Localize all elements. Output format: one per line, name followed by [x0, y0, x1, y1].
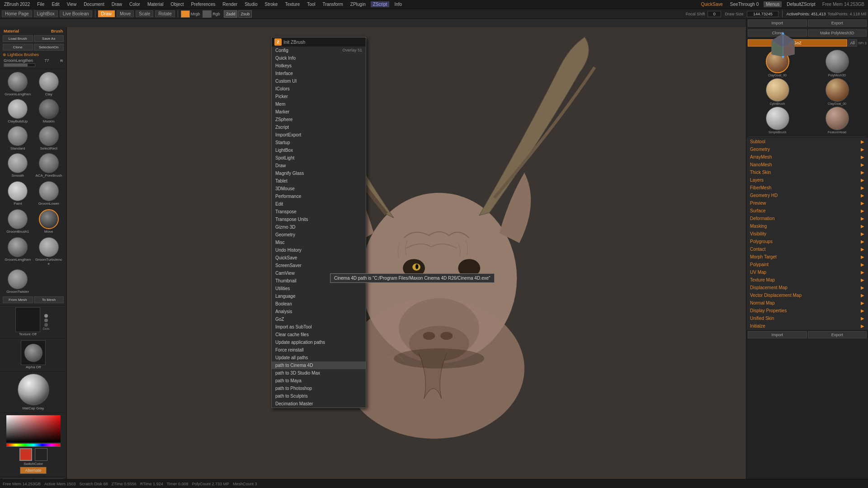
visibility-section[interactable]: Visibility▶: [746, 230, 868, 238]
menu-item-screensaver[interactable]: ScreenSaver: [272, 262, 366, 269]
menu-item-startup[interactable]: Startup: [272, 139, 366, 146]
selecton-btn[interactable]: SelectionOn: [34, 44, 64, 51]
quicksave-btn[interactable]: QuickSave: [699, 1, 725, 7]
menu-render[interactable]: Render: [220, 1, 240, 7]
normalmap-section[interactable]: Normal Map▶: [746, 299, 868, 307]
morphtarget-section[interactable]: Morph Target▶: [746, 253, 868, 261]
menu-item-magnifyglass[interactable]: Magnify Glass: [272, 169, 366, 177]
surface-section[interactable]: Surface▶: [746, 207, 868, 215]
menu-item-edit[interactable]: Edit: [272, 200, 366, 208]
material-title[interactable]: Material: [4, 29, 19, 33]
menu-material[interactable]: Material: [145, 1, 166, 7]
brush-item-smooth[interactable]: Smooth: [3, 152, 33, 178]
brush-title[interactable]: Brush: [51, 29, 63, 33]
menu-item-transpose[interactable]: Transpose: [272, 208, 366, 216]
nanomesh-section[interactable]: NanoMesh▶: [746, 161, 868, 169]
focal-shift-value[interactable]: 0: [708, 11, 721, 17]
menu-item-decimation-master[interactable]: Decimation Master: [272, 400, 366, 408]
menu-zscript[interactable]: ZScript: [371, 1, 390, 7]
menu-item-3dmouse[interactable]: 3DMouse: [272, 185, 366, 192]
menu-zbrush[interactable]: ZBrush 2022: [2, 1, 32, 7]
color-picker-gradient[interactable]: [6, 415, 61, 442]
live-boolean-btn[interactable]: Live Boolean: [60, 10, 92, 17]
brush-item-groomlength[interactable]: GroomLengthen: [3, 71, 33, 97]
brush-item-groomturb[interactable]: GroomTurbulence: [34, 236, 64, 267]
brush-item-clay[interactable]: Clay: [34, 71, 64, 97]
menu-item-goz[interactable]: GoZ: [272, 315, 366, 323]
menu-item-gizmo3d[interactable]: Gizmo 3D: [272, 223, 366, 231]
menu-item-zsphere[interactable]: ZSphere: [272, 116, 366, 123]
menu-transform[interactable]: Transform: [321, 1, 345, 7]
menu-item-analysis[interactable]: Analysis: [272, 308, 366, 315]
switchcolor-label[interactable]: SwitchColor: [3, 462, 63, 466]
hue-bar[interactable]: [6, 443, 61, 447]
fibermesh-section[interactable]: FiberMesh▶: [746, 184, 868, 192]
menu-item-path-sculptris[interactable]: path to Sculptris: [272, 392, 366, 400]
move-mode-btn[interactable]: Move: [117, 10, 134, 17]
menus-btn[interactable]: Menus: [764, 1, 782, 7]
menu-info[interactable]: Info: [392, 1, 404, 7]
matcap-sphere[interactable]: [18, 374, 49, 405]
geometry-section[interactable]: Geometry▶: [746, 145, 868, 153]
export-btn[interactable]: Export: [808, 19, 867, 27]
polymesh-ball[interactable]: [826, 50, 849, 73]
texture-thumb[interactable]: [15, 307, 40, 332]
unifiedskin-section[interactable]: Unified Skin▶: [746, 314, 868, 322]
displayprops-section[interactable]: Display Properties▶: [746, 307, 868, 314]
thickskin-section[interactable]: Thick Skin▶: [746, 169, 868, 176]
menu-item-hotkeys[interactable]: Hotkeys: [272, 62, 366, 70]
brush-item-paint[interactable]: Paint: [3, 180, 33, 206]
rgb-btn[interactable]: [203, 10, 212, 18]
save-as-btn[interactable]: Save As: [34, 35, 64, 42]
final-import-btn[interactable]: Import: [748, 331, 807, 338]
menu-document[interactable]: Document: [81, 1, 107, 7]
menu-item-performance[interactable]: Performance: [272, 192, 366, 200]
from-mesh-btn[interactable]: From Mesh: [3, 296, 33, 303]
menu-texture[interactable]: Texture: [283, 1, 302, 7]
zadd-btn[interactable]: Zadd: [224, 10, 238, 18]
contact-section[interactable]: Contact▶: [746, 245, 868, 253]
menu-item-picker[interactable]: Picker: [272, 93, 366, 100]
geometryhd-section[interactable]: Geometry HD▶: [746, 192, 868, 199]
menu-item-undohistory[interactable]: Undo History: [272, 246, 366, 254]
arraymesh-section[interactable]: ArrayMesh▶: [746, 153, 868, 161]
brush-item-acapore[interactable]: ACA_PoreBrush: [34, 152, 64, 178]
polygroups-section[interactable]: Polygroups▶: [746, 238, 868, 245]
menu-item-force-reinstall[interactable]: Force reinstall: [272, 346, 366, 354]
menu-item-importexport[interactable]: ImportExport: [272, 131, 366, 139]
menu-edit[interactable]: Edit: [49, 1, 61, 7]
subtool-section[interactable]: Subtool▶: [746, 138, 868, 145]
menu-item-tablet[interactable]: Tablet: [272, 177, 366, 185]
menu-item-interface[interactable]: Interface: [272, 70, 366, 77]
brush-item-groombrush1[interactable]: GroomBrush1: [3, 208, 33, 235]
menu-item-config[interactable]: Config Overlay 51: [272, 47, 366, 54]
menu-item-zscript[interactable]: Zscript: [272, 123, 366, 131]
displacementmap-section[interactable]: Displacement Map▶: [746, 284, 868, 291]
menu-item-boolean[interactable]: Boolean: [272, 300, 366, 308]
home-page-btn[interactable]: Home Page: [2, 10, 32, 17]
mrgb-btn[interactable]: [181, 10, 190, 18]
zsub-btn[interactable]: Zsub: [238, 10, 252, 18]
alternate-btn[interactable]: Alternate: [20, 467, 46, 474]
brush-item-claybuldup[interactable]: ClayBuildUp: [3, 98, 33, 124]
menu-item-path-cinema4d[interactable]: path to Cinema 4D: [272, 361, 366, 369]
brush-item-groomlower[interactable]: GroomLower: [34, 180, 64, 206]
menu-draw[interactable]: Draw: [109, 1, 124, 7]
clone-btn[interactable]: Clone: [3, 44, 33, 51]
menu-item-quicksave[interactable]: QuickSave: [272, 254, 366, 262]
menu-color[interactable]: Color: [127, 1, 142, 7]
menu-object[interactable]: Object: [169, 1, 186, 7]
menu-item-marker[interactable]: Marker: [272, 108, 366, 116]
menu-preferences[interactable]: Preferences: [189, 1, 217, 7]
seethrough-btn[interactable]: SeeThrough 0: [728, 1, 761, 7]
brush-item-groomtwist[interactable]: GroomTwister: [3, 268, 33, 295]
menu-item-path-photoshop[interactable]: path to Photoshop: [272, 385, 366, 392]
lightbox-btn[interactable]: LightBox: [34, 10, 58, 17]
cylinbrush-ball[interactable]: [766, 78, 789, 102]
final-export-btn[interactable]: Export: [808, 331, 867, 338]
rotate-mode-btn[interactable]: Rotate: [155, 10, 175, 17]
import-btn[interactable]: Import: [748, 19, 807, 27]
scale-mode-btn[interactable]: Scale: [136, 10, 153, 17]
alpha-thumb[interactable]: [21, 340, 46, 365]
lightbox-brushes-title[interactable]: ⊕ Lightbox Brushes: [2, 52, 65, 58]
